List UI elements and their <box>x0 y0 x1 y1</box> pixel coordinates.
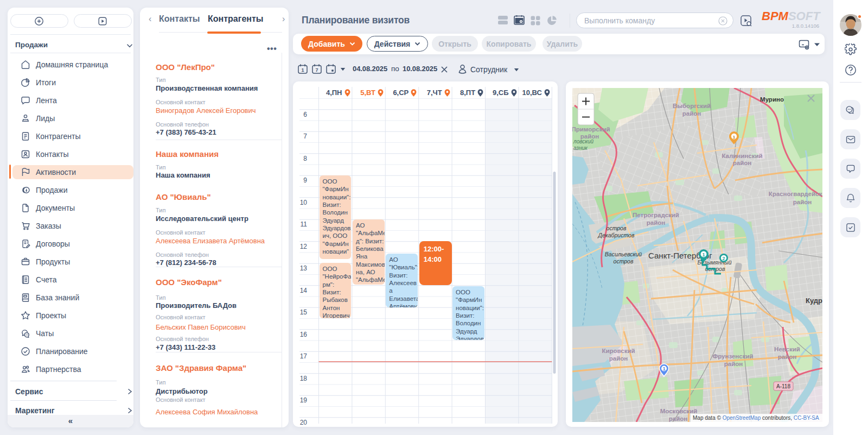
svg-text:1: 1 <box>301 67 304 73</box>
svg-text:район: район <box>733 160 752 166</box>
svg-text:район: район <box>778 354 797 360</box>
svg-text:1: 1 <box>733 135 736 140</box>
svg-text:Калининский: Калининский <box>722 153 762 159</box>
svg-text:Фрунзенский: Фрунзенский <box>712 353 753 360</box>
svg-text:Невский: Невский <box>774 346 800 352</box>
svg-text:2: 2 <box>722 256 725 261</box>
svg-text:Красногвардейский: Красногвардейский <box>769 191 822 197</box>
svg-text:Map data © OpenStreetMap contr: Map data © OpenStreetMap contributors, C… <box>693 415 819 421</box>
svg-text:1: 1 <box>702 252 705 257</box>
svg-text:Кудр: Кудр <box>806 297 822 305</box>
svg-text:район: район <box>724 361 743 367</box>
svg-text:Кировский: Кировский <box>602 348 635 354</box>
svg-text:район: район <box>793 199 812 205</box>
svg-text:7: 7 <box>315 67 318 73</box>
svg-text:Приморский: Приморский <box>572 126 610 133</box>
svg-text:азник: азник <box>573 145 588 151</box>
svg-text:Мурино: Мурино <box>760 96 784 103</box>
svg-text:Декабристов: Декабристов <box>598 232 635 238</box>
svg-text:Петроградский: Петроградский <box>633 212 679 218</box>
svg-text:остров: остров <box>614 258 634 264</box>
svg-text:А-118: А-118 <box>776 383 790 389</box>
svg-text:район: район <box>609 355 628 362</box>
svg-text:район: район <box>647 219 666 226</box>
svg-text:район: район <box>682 110 701 117</box>
svg-text:Московский: Московский <box>660 408 698 414</box>
svg-text:район: район <box>669 415 688 422</box>
svg-text:1: 1 <box>663 366 666 371</box>
svg-text:Выборгский: Выборгский <box>673 103 711 109</box>
svg-text:ловский: ловский <box>573 138 593 144</box>
svg-text:Васильевский: Васильевский <box>605 251 642 257</box>
svg-text:остров: остров <box>607 225 627 231</box>
